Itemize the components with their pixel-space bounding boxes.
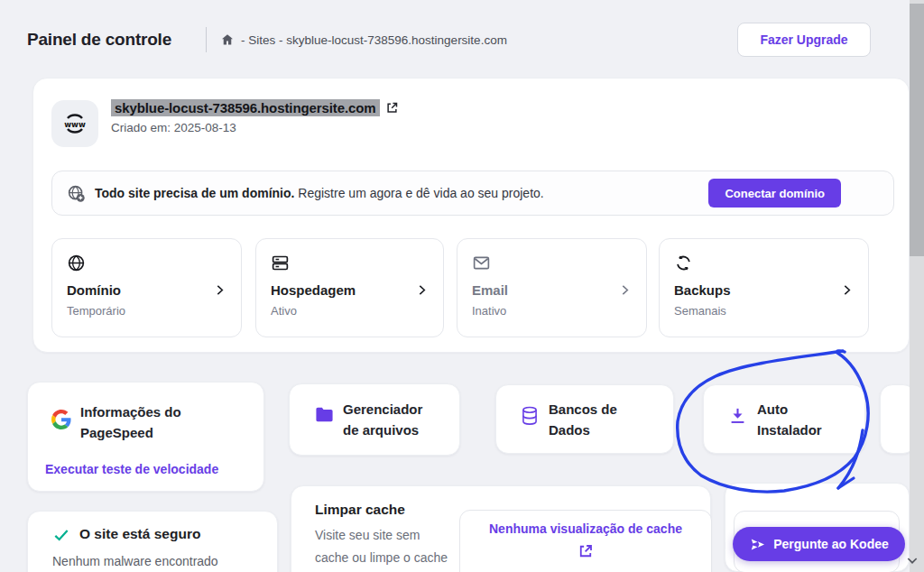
status-card-title: Hospedagem [271, 282, 356, 298]
status-card-domain[interactable]: Domínio Temporário [51, 238, 242, 337]
connect-domain-button[interactable]: Conectar domínio [708, 179, 841, 208]
folder-icon [315, 406, 334, 423]
upgrade-button[interactable]: Fazer Upgrade [737, 23, 871, 57]
globe-plus-icon [67, 184, 86, 203]
chevron-right-icon [415, 283, 429, 297]
file-manager-title-line1: Gerenciador [343, 399, 422, 420]
auto-installer-title: Auto Instalador [757, 399, 822, 441]
status-card-subtitle: Inativo [472, 304, 632, 318]
pagespeed-title-line1: Informações do [80, 401, 181, 422]
status-card-title: Email [472, 282, 508, 298]
domain-notice-bold: Todo site precisa de um domínio. [95, 186, 294, 200]
status-card-subtitle: Temporário [67, 304, 226, 318]
file-manager-title-line2: de arquivos [343, 420, 422, 440]
svg-text:www: www [64, 120, 86, 129]
status-card-email[interactable]: Email Inativo [457, 238, 647, 337]
run-speed-test-link[interactable]: Executar teste de velocidade [45, 462, 218, 476]
cache-desc-line1: Visite seu site sem [315, 524, 448, 547]
globe-icon [67, 254, 86, 272]
chevron-down-icon[interactable] [905, 553, 919, 567]
home-icon [220, 32, 235, 47]
server-icon [271, 254, 290, 272]
domain-notice-text: Todo site precisa de um domínio. Registr… [95, 186, 708, 200]
site-avatar: www [51, 100, 98, 147]
download-icon [729, 407, 746, 426]
kodee-button-label: Pergunte ao Kodee [773, 537, 889, 551]
file-manager-title: Gerenciador de arquivos [343, 399, 422, 441]
security-subtitle: Nenhum malware encontrado [52, 554, 218, 568]
scrollbar-thumb[interactable] [910, 4, 924, 256]
pagespeed-title: Informações do PageSpeed [80, 401, 181, 444]
auto-installer-title-line2: Instalador [757, 420, 822, 440]
clear-cache-card: Limpar cache Visite seu site sem cache o… [291, 485, 711, 572]
domain-notice-banner: Todo site precisa de um domínio. Registr… [51, 171, 894, 216]
pagespeed-title-line2: PageSpeed [80, 422, 181, 443]
check-icon [52, 526, 70, 544]
status-card-backups[interactable]: Backups Semanais [659, 238, 869, 337]
chevron-right-icon [618, 283, 632, 297]
status-card-subtitle: Semanais [674, 304, 854, 318]
cache-preview-label: Nenhuma visualização de cache [460, 521, 711, 536]
databases-title: Bancos de Dados [549, 399, 617, 441]
kodee-assistant-button[interactable]: Pergunte ao Kodee [733, 527, 905, 561]
envelope-icon [472, 254, 491, 272]
page-title: Painel de controle [27, 30, 171, 50]
databases-title-line1: Bancos de [549, 399, 617, 420]
open-site-external-link-icon[interactable] [385, 101, 399, 115]
upgrade-button-label: Fazer Upgrade [760, 32, 847, 47]
status-card-subtitle: Ativo [271, 304, 429, 318]
cache-desc-line2: cache ou limpe o cache [315, 547, 448, 569]
databases-title-line2: Dados [549, 420, 617, 440]
google-logo-icon [51, 410, 71, 429]
status-card-title: Backups [674, 282, 731, 298]
auto-installer-title-line1: Auto [757, 399, 822, 420]
cache-preview-box[interactable]: Nenhuma visualização de cache [459, 510, 712, 572]
cache-description: Visite seu site sem cache ou limpe o cac… [315, 524, 448, 568]
chevron-right-icon [213, 283, 226, 297]
site-security-card[interactable]: O site está seguro Nenhum malware encont… [27, 511, 278, 572]
chevron-right-icon [840, 283, 854, 297]
databases-card[interactable]: Bancos de Dados [495, 384, 674, 454]
kodee-logo-icon [749, 536, 766, 553]
header-divider [206, 27, 207, 52]
pagespeed-card[interactable]: Informações do PageSpeed Executar teste … [27, 382, 264, 492]
breadcrumb[interactable]: - Sites - skyblue-locust-738596.hostinge… [220, 32, 507, 47]
file-manager-card[interactable]: Gerenciador de arquivos [289, 383, 460, 456]
auto-installer-card[interactable]: Auto Instalador [703, 384, 865, 454]
www-globe-icon: www [61, 110, 88, 137]
breadcrumb-text: - Sites - skyblue-locust-738596.hostinge… [241, 33, 507, 47]
site-domain-title[interactable]: skyblue-locust-738596.hostingersite.com [111, 99, 380, 116]
cache-title: Limpar cache [315, 502, 405, 518]
external-link-icon[interactable] [578, 543, 594, 559]
domain-notice-rest: Registre um agora e dê vida ao seu proje… [294, 186, 543, 200]
site-overview-card: www skyblue-locust-738596.hostingersite.… [32, 78, 910, 353]
status-card-hosting[interactable]: Hospedagem Ativo [255, 238, 444, 337]
security-title: O site está seguro [79, 526, 200, 542]
status-card-title: Domínio [67, 282, 121, 298]
site-created-date: Criado em: 2025-08-13 [111, 121, 236, 134]
database-icon [521, 406, 539, 426]
refresh-icon [674, 254, 693, 272]
